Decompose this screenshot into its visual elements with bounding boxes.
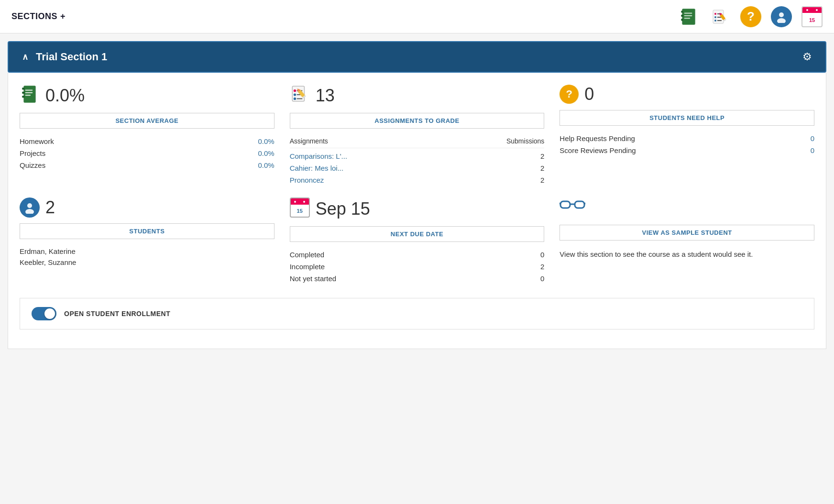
notebook-widget-icon <box>20 84 40 107</box>
student-name-rows: Erdman, Katerine Keebler, Suzanne <box>20 246 274 268</box>
assignment-count-2: 2 <box>540 176 544 184</box>
help-nav-icon[interactable]: ? <box>740 6 761 27</box>
enrollment-bar: OPEN STUDENT ENROLLMENT <box>20 298 814 329</box>
incomplete-row: Incomplete 2 <box>290 261 545 273</box>
calendar-widget-icon: 15 <box>290 197 310 220</box>
checklist-nav-icon[interactable] <box>709 6 731 28</box>
assignments-col1: Assignments <box>290 137 328 145</box>
svg-rect-2 <box>681 14 683 16</box>
glasses-icon <box>560 197 585 219</box>
main-content: 0.0% SECTION AVERAGE Homework 0.0% Proje… <box>8 73 826 349</box>
svg-point-18 <box>777 18 786 23</box>
help-requests-value: 0 <box>811 134 814 142</box>
svg-point-29 <box>294 93 296 96</box>
svg-point-12 <box>714 20 716 22</box>
score-reviews-value: 0 <box>811 146 814 154</box>
enrollment-label: OPEN STUDENT ENROLLMENT <box>64 310 170 318</box>
svg-rect-38 <box>560 201 570 208</box>
enrollment-toggle[interactable] <box>32 307 56 320</box>
incomplete-value: 2 <box>540 263 544 271</box>
svg-rect-3 <box>681 19 683 21</box>
students-value: 2 <box>45 197 55 218</box>
section-average-widget: 0.0% SECTION AVERAGE Homework 0.0% Proje… <box>20 84 274 186</box>
assignment-row-1: Cahier: Mes loi... 2 <box>290 162 545 174</box>
assignment-rows: Comparisons: L'... 2 Cahier: Mes loi... … <box>290 150 545 186</box>
student-name-1: Keebler, Suzanne <box>20 257 274 268</box>
dashboard-grid: 0.0% SECTION AVERAGE Homework 0.0% Proje… <box>14 84 820 285</box>
section-average-value: 0.0% <box>45 86 85 106</box>
checklist-widget-icon <box>290 84 310 107</box>
assignment-link-0[interactable]: Comparisons: L'... <box>290 152 347 160</box>
students-widget: 2 STUDENTS Erdman, Katerine Keebler, Suz… <box>20 197 274 285</box>
next-due-date-header: 15 Sep 15 <box>290 197 545 220</box>
svg-rect-5 <box>684 15 692 16</box>
quizzes-label: Quizzes <box>20 161 45 169</box>
help-rows: Help Requests Pending 0 Score Reviews Pe… <box>560 132 814 156</box>
assignments-to-grade-widget: 13 ASSIGNMENTS TO GRADE Assignments Subm… <box>290 84 545 186</box>
svg-point-37 <box>25 209 34 214</box>
help-requests-row: Help Requests Pending 0 <box>560 132 814 144</box>
profile-nav-icon[interactable] <box>771 6 792 27</box>
svg-rect-21 <box>22 92 24 94</box>
assignment-link-2[interactable]: Prononcez <box>290 176 324 184</box>
section-average-rows: Homework 0.0% Projects 0.0% Quizzes 0.0% <box>20 135 274 171</box>
svg-rect-23 <box>25 90 33 91</box>
add-section-button[interactable]: + <box>60 11 66 22</box>
view-sample-student-header <box>560 197 814 219</box>
svg-rect-24 <box>25 92 33 93</box>
projects-value: 0.0% <box>258 149 274 157</box>
assignment-count-1: 2 <box>540 164 544 172</box>
person-icon <box>20 197 40 218</box>
collapse-section-button[interactable]: ∧ <box>22 52 28 62</box>
view-sample-student-label[interactable]: VIEW AS SAMPLE STUDENT <box>560 225 814 241</box>
score-reviews-label: Score Reviews Pending <box>560 146 636 154</box>
quizzes-value: 0.0% <box>258 161 274 169</box>
sections-label: SECTIONS + <box>11 11 66 22</box>
section-header: ∧ Trial Section 1 ⚙ <box>8 41 826 73</box>
view-sample-student-description: View this section to see the course as a… <box>560 249 814 260</box>
svg-rect-1 <box>681 11 683 12</box>
section-average-label: SECTION AVERAGE <box>20 113 274 129</box>
assignments-column-headers: Assignments Submissions <box>290 135 545 148</box>
homework-row: Homework 0.0% <box>20 135 274 147</box>
assignment-row-2: Prononcez 2 <box>290 174 545 186</box>
assignments-header: 13 <box>290 84 545 107</box>
student-name-0: Erdman, Katerine <box>20 246 274 257</box>
homework-label: Homework <box>20 137 54 145</box>
assignment-row-0: Comparisons: L'... 2 <box>290 150 545 162</box>
projects-label: Projects <box>20 149 45 157</box>
svg-rect-19 <box>23 86 35 103</box>
svg-point-36 <box>27 203 32 208</box>
sections-text: SECTIONS <box>11 11 57 22</box>
section-header-left: ∧ Trial Section 1 <box>22 51 107 63</box>
svg-rect-4 <box>684 12 692 13</box>
help-requests-label: Help Requests Pending <box>560 134 635 142</box>
students-need-help-header: ? 0 <box>560 84 814 104</box>
svg-rect-25 <box>25 95 31 96</box>
projects-row: Projects 0.0% <box>20 147 274 159</box>
assignment-link-1[interactable]: Cahier: Mes loi... <box>290 164 344 172</box>
svg-point-10 <box>714 16 716 18</box>
students-widget-header: 2 <box>20 197 274 218</box>
section-average-header: 0.0% <box>20 84 274 107</box>
completed-label: Completed <box>290 251 325 259</box>
assignments-to-grade-value: 13 <box>316 86 335 106</box>
section-settings-button[interactable]: ⚙ <box>802 51 812 63</box>
quizzes-row: Quizzes 0.0% <box>20 159 274 171</box>
next-due-date-label: NEXT DUE DATE <box>290 226 545 242</box>
top-nav: SECTIONS + <box>0 0 834 33</box>
homework-value: 0.0% <box>258 137 274 145</box>
students-need-help-widget: ? 0 STUDENTS NEED HELP Help Requests Pen… <box>560 84 814 186</box>
svg-rect-22 <box>22 96 24 98</box>
calendar-nav-icon[interactable]: 15 <box>801 6 823 27</box>
svg-rect-0 <box>682 9 695 25</box>
svg-rect-6 <box>684 18 691 19</box>
completed-row: Completed 0 <box>290 249 545 261</box>
assignments-to-grade-label: ASSIGNMENTS TO GRADE <box>290 113 545 129</box>
view-sample-student-widget: VIEW AS SAMPLE STUDENT View this section… <box>560 197 814 285</box>
due-date-rows: Completed 0 Incomplete 2 Not yet started… <box>290 249 545 285</box>
not-yet-started-value: 0 <box>540 274 544 283</box>
score-reviews-row: Score Reviews Pending 0 <box>560 144 814 156</box>
incomplete-label: Incomplete <box>290 263 325 271</box>
notebook-nav-icon[interactable] <box>677 6 699 28</box>
